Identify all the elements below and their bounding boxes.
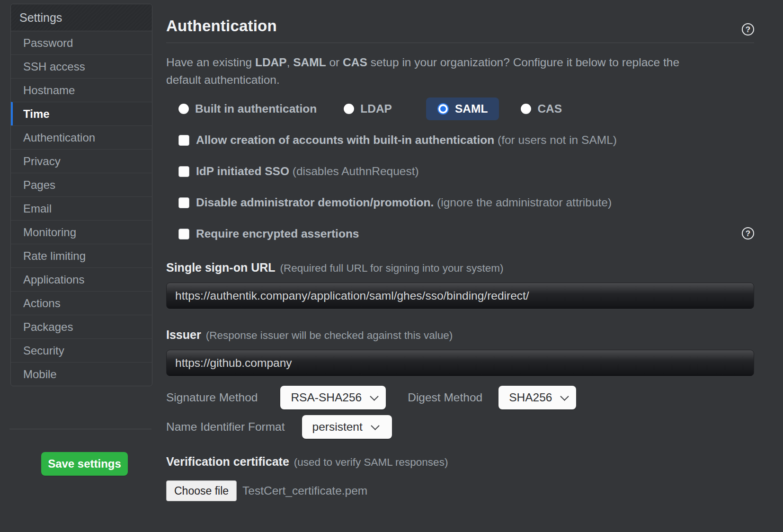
checkbox-label: Disable administrator demotion/promotion… <box>196 196 612 209</box>
sso-url-value: https://authentik.company/application/sa… <box>175 289 529 302</box>
sidebar-item-time[interactable]: Time <box>11 102 152 125</box>
sidebar-item-packages[interactable]: Packages <box>11 315 152 338</box>
sidebar-item-password[interactable]: Password <box>11 31 152 54</box>
chevron-down-icon <box>370 392 379 400</box>
option-row-allow-creation-of-accounts-with-built-in-authentication[interactable]: Allow creation of accounts with built-in… <box>166 132 754 148</box>
auth-method-saml[interactable]: SAML <box>426 98 499 120</box>
digest-method-value: SHA256 <box>509 391 552 404</box>
sso-url-field: Single sign-on URL (Required full URL fo… <box>166 261 754 309</box>
signature-method-label: Signature Method <box>166 391 258 404</box>
checkbox-label: Allow creation of accounts with built-in… <box>196 133 617 147</box>
option-row-disable-administrator-demotion-promotion[interactable]: Disable administrator demotion/promotion… <box>166 195 754 211</box>
content-header: Authentication ? <box>166 0 754 43</box>
auth-method-radio-group: Built in authenticationLDAPSAMLCAS <box>166 97 754 121</box>
sidebar-item-monitoring[interactable]: Monitoring <box>11 220 152 244</box>
chosen-file-name: TestCert_certificate.pem <box>242 484 367 497</box>
sidebar-panel: Settings PasswordSSH accessHostnameTimeA… <box>10 4 152 386</box>
sidebar-item-email[interactable]: Email <box>11 196 152 220</box>
radio-ldap[interactable] <box>344 104 354 114</box>
intro-keyword: CAS <box>343 56 367 69</box>
checkbox-require-encrypted-assertions[interactable] <box>178 229 189 239</box>
sso-url-note: (Required full URL for signing into your… <box>280 262 504 275</box>
radio-label: Built in authentication <box>195 102 317 115</box>
sidebar-title: Settings <box>11 4 152 31</box>
choose-file-button[interactable]: Choose file <box>166 480 237 501</box>
sidebar-item-privacy[interactable]: Privacy <box>11 149 152 173</box>
issuer-note: (Response issuer will be checked against… <box>206 329 453 342</box>
sidebar-item-pages[interactable]: Pages <box>11 173 152 196</box>
name-id-format-value: persistent <box>312 420 363 434</box>
help-icon[interactable]: ? <box>742 23 754 35</box>
sidebar-item-rate-limiting[interactable]: Rate limiting <box>11 244 152 267</box>
issuer-field: Issuer (Response issuer will be checked … <box>166 328 754 376</box>
chevron-down-icon <box>371 421 379 430</box>
sidebar-item-actions[interactable]: Actions <box>11 291 152 315</box>
verification-certificate-field: Verification certificate (used to verify… <box>166 455 754 501</box>
sidebar-item-ssh-access[interactable]: SSH access <box>11 54 152 78</box>
radio-label: CAS <box>537 102 562 115</box>
checkbox-idp-initiated-sso[interactable] <box>178 166 189 177</box>
checkbox-disable-administrator-demotion-promotion[interactable] <box>178 197 189 208</box>
intro-text: Have an existing LDAP, SAML or CAS setup… <box>166 53 696 89</box>
sidebar-item-hostname[interactable]: Hostname <box>11 78 152 102</box>
sidebar-item-applications[interactable]: Applications <box>11 267 152 291</box>
option-row-require-encrypted-assertions[interactable]: Require encrypted assertions? <box>166 226 754 242</box>
verification-cert-note: (used to verify SAML responses) <box>294 456 448 469</box>
auth-method-ldap[interactable]: LDAP <box>344 102 392 115</box>
option-row-idp-initiated-sso[interactable]: IdP initiated SSO (disables AuthnRequest… <box>166 163 754 179</box>
name-identifier-row: Name Identifier Format persistent <box>166 415 754 439</box>
intro-segment: Have an existing <box>166 56 255 69</box>
signature-method-value: RSA-SHA256 <box>291 391 362 404</box>
verification-cert-label: Verification certificate <box>166 455 289 469</box>
checkbox-label: Require encrypted assertions <box>196 227 359 240</box>
radio-cas[interactable] <box>521 104 531 114</box>
checkbox-allow-creation-of-accounts-with-built-in-authentication[interactable] <box>178 135 189 146</box>
auth-options: Allow creation of accounts with built-in… <box>166 132 754 242</box>
save-settings-button[interactable]: Save settings <box>41 452 128 476</box>
radio-saml-selected[interactable] <box>437 103 449 115</box>
sidebar-divider <box>9 429 151 429</box>
methods-row: Signature Method RSA-SHA256 Digest Metho… <box>166 386 754 409</box>
help-icon[interactable]: ? <box>742 227 754 239</box>
sidebar-item-mobile[interactable]: Mobile <box>11 362 152 386</box>
issuer-value: https://github.company <box>175 356 292 370</box>
chevron-down-icon <box>561 392 569 400</box>
issuer-label: Issuer <box>166 328 201 342</box>
sidebar-item-security[interactable]: Security <box>11 338 152 362</box>
name-id-format-select[interactable]: persistent <box>302 415 392 439</box>
digest-method-label: Digest Method <box>408 391 482 404</box>
auth-method-cas[interactable]: CAS <box>521 102 562 115</box>
name-id-format-label: Name Identifier Format <box>166 420 285 434</box>
radio-label: LDAP <box>360 102 392 115</box>
digest-method-select[interactable]: SHA256 <box>498 386 576 409</box>
sidebar-nav: PasswordSSH accessHostnameTimeAuthentica… <box>11 31 152 386</box>
settings-page: Settings PasswordSSH accessHostnameTimeA… <box>0 0 783 532</box>
auth-method-built-in-authentication[interactable]: Built in authentication <box>178 102 317 115</box>
checkbox-label: IdP initiated SSO (disables AuthnRequest… <box>196 165 419 178</box>
signature-method-select[interactable]: RSA-SHA256 <box>280 386 386 409</box>
radio-label: SAML <box>455 102 488 115</box>
intro-segment: or <box>326 56 343 69</box>
intro-segment: , <box>287 56 294 69</box>
intro-keyword: SAML <box>293 56 326 69</box>
sso-url-input[interactable]: https://authentik.company/application/sa… <box>166 283 754 309</box>
sso-url-label: Single sign-on URL <box>166 261 276 275</box>
authentication-section: Authentication ? Have an existing LDAP, … <box>166 0 754 501</box>
intro-keyword: LDAP <box>255 56 287 69</box>
page-title: Authentication <box>166 17 754 35</box>
radio-built-in-authentication[interactable] <box>178 104 189 114</box>
sidebar-item-authentication[interactable]: Authentication <box>11 125 152 149</box>
issuer-input[interactable]: https://github.company <box>166 350 754 376</box>
